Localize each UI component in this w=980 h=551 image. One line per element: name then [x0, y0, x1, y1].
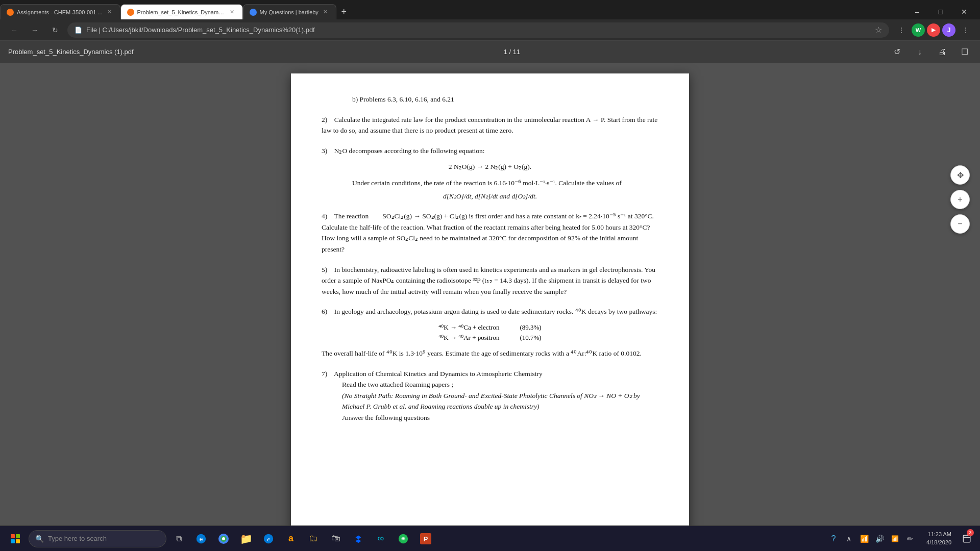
tab2-favicon	[127, 9, 134, 16]
problem-3-cond: Under certain conditions, the rate of th…	[352, 178, 658, 189]
taskbar-explorer-icon[interactable]: 📁	[236, 529, 256, 549]
tab1-label: Assignments - CHEM-3500-001 ...	[17, 9, 103, 15]
start-button[interactable]	[4, 528, 27, 550]
tray-volume-icon[interactable]: 🔊	[873, 533, 886, 545]
problem-7-read: Read the two attached Roaming papers ;	[342, 379, 658, 390]
taskbar-spotify-icon[interactable]	[393, 529, 413, 549]
windows-logo	[11, 534, 20, 543]
pdf-content-area[interactable]: b) Problems 6.3, 6.10, 6.16, and 6.21 2)…	[0, 63, 980, 525]
profile-yt-avatar[interactable]: ▶	[927, 23, 940, 37]
taskbar-clock[interactable]: 11:23 AM 4/18/2020	[922, 531, 955, 546]
problem-4: 4) The reaction SO₂Cl₂(g) → SO₂(g) + Cl₂…	[322, 211, 658, 255]
taskbar-date: 4/18/2020	[926, 539, 951, 546]
tray-chevron-icon[interactable]: ∧	[843, 533, 855, 545]
tray-wifi-icon[interactable]: 📶	[889, 533, 901, 545]
taskbar-ie-icon[interactable]: e	[258, 529, 279, 549]
problem-7-papers: (No Straight Path: Roaming in Both Groun…	[342, 390, 658, 412]
tab-bartleby[interactable]: My Questions | bartleby ✕	[243, 4, 336, 19]
taskbar-folder2-icon[interactable]: 🗂	[303, 529, 324, 549]
problem-3: 3) N₂O decomposes according to the follo…	[322, 145, 658, 202]
address-bar: ← → ↻ 📄 File | C:/Users/jbkil/Downloads/…	[0, 19, 980, 41]
taskbar-notification[interactable]: 3	[958, 526, 976, 552]
tab3-favicon	[250, 9, 257, 16]
float-buttons: ✥ + −	[950, 165, 970, 234]
browser-chrome: Assignments - CHEM-3500-001 ... ✕ Proble…	[0, 0, 980, 41]
taskbar-powerpoint-icon[interactable]: P	[415, 529, 436, 549]
reaction-2-pct: (10.7%)	[520, 334, 541, 342]
reaction-2-eq: ⁴⁰K → ⁴⁰Ar + positron	[438, 334, 499, 342]
svg-point-4	[222, 537, 225, 540]
problem-7-answer: Answer the following questions	[342, 412, 658, 423]
profile-w-avatar[interactable]: W	[912, 23, 925, 37]
problem-7: 7) Application of Chemical Kinetics and …	[322, 368, 658, 423]
url-favorite-icon[interactable]: ☆	[875, 25, 882, 35]
taskbar-bag-icon[interactable]: 🛍	[326, 529, 346, 549]
tab2-close[interactable]: ✕	[228, 8, 236, 16]
problem-7-title: 7) Application of Chemical Kinetics and …	[322, 368, 658, 380]
svg-rect-11	[963, 535, 970, 542]
url-bar[interactable]: 📄 File | C:/Users/jbkil/Downloads/Proble…	[67, 22, 889, 38]
problem-2-text: 2) Calculate the integrated rate law for…	[322, 114, 658, 136]
pdf-print-button[interactable]: 🖨	[935, 45, 949, 59]
pdf-toolbar: Problem_set_5_Kinetics_Dynamics (1).pdf …	[0, 41, 980, 63]
taskbar-search[interactable]: 🔍 Type here to search	[29, 530, 166, 547]
taskbar: 🔍 Type here to search ⧉ e 📁 e a 🗂 🛍 ∞ P	[0, 525, 980, 551]
float-move-button[interactable]: ✥	[950, 165, 970, 185]
pdf-page-info: 1 / 11	[504, 48, 521, 56]
taskbar-coreldraw-icon[interactable]: ∞	[371, 529, 391, 549]
svg-text:P: P	[424, 535, 428, 542]
pdf-actions: ↺ ↓ 🖨 ☐	[890, 45, 972, 59]
window-controls: – □ ✕	[901, 4, 980, 19]
url-lock-icon: 📄	[75, 27, 82, 34]
svg-marker-7	[356, 535, 361, 543]
problem-5: 5) In biochemistry, radioactive labeling…	[322, 264, 658, 297]
profile-avatar[interactable]: J	[942, 23, 955, 37]
problem-3-equation: 2 N₂O(g) → 2 N₂(g) + O₂(g).	[322, 161, 658, 172]
problem-6: 6) In geology and archaeology, potassium…	[322, 306, 658, 359]
restore-button[interactable]: □	[929, 4, 952, 19]
problem-3-intro: 3) N₂O decomposes according to the follo…	[322, 145, 658, 157]
notification-badge: 3	[967, 529, 974, 536]
tab2-label: Problem_set_5_Kinetics_Dynamic...	[137, 9, 225, 15]
minimize-button[interactable]: –	[905, 4, 929, 19]
new-tab-button[interactable]: +	[336, 4, 352, 19]
tray-pen-icon[interactable]: ✏	[904, 533, 916, 545]
problem-3-deriv: d[N₂O]/dt, d[N₂]/dt and d[O₂]/dt.	[322, 191, 658, 202]
extensions-button[interactable]: ⋮	[893, 22, 910, 38]
float-zoom-out-button[interactable]: −	[950, 214, 970, 234]
pdf-rotate-button[interactable]: ↺	[890, 45, 904, 59]
reload-button[interactable]: ↻	[47, 22, 63, 38]
taskbar-task-view[interactable]: ⧉	[168, 529, 189, 549]
svg-text:e: e	[200, 535, 203, 542]
problem-6-cont: The overall half-life of ⁴⁰K is 1.3·10⁹ …	[322, 348, 658, 359]
pdf-download-button[interactable]: ↓	[913, 45, 927, 59]
forward-button[interactable]: →	[27, 22, 43, 38]
menu-button[interactable]: ⋮	[958, 22, 974, 38]
float-zoom-in-button[interactable]: +	[950, 190, 970, 209]
tray-network-icon[interactable]: 📶	[858, 533, 870, 545]
pdf-title: Problem_set_5_Kinetics_Dynamics (1).pdf	[8, 48, 134, 56]
taskbar-search-icon: 🔍	[35, 535, 44, 543]
tab1-favicon	[7, 9, 14, 16]
tab1-close[interactable]: ✕	[106, 8, 114, 16]
svg-text:e: e	[267, 535, 270, 542]
tab3-close[interactable]: ✕	[322, 8, 330, 16]
taskbar-amazon-icon[interactable]: a	[281, 529, 301, 549]
taskbar-dropbox-icon[interactable]	[348, 529, 369, 549]
tray-help-icon[interactable]: ?	[827, 533, 840, 545]
pdf-bookmark-button[interactable]: ☐	[958, 45, 972, 59]
problem-4-text: 4) The reaction SO₂Cl₂(g) → SO₂(g) + Cl₂…	[322, 211, 658, 255]
back-button[interactable]: ←	[6, 22, 22, 38]
taskbar-edge-icon[interactable]: e	[191, 529, 211, 549]
tab-pdf[interactable]: Problem_set_5_Kinetics_Dynamic... ✕	[120, 4, 243, 19]
problem-2: 2) Calculate the integrated rate law for…	[322, 114, 658, 136]
problem-5-text: 5) In biochemistry, radioactive labeling…	[322, 264, 658, 297]
problem-6-reactions: ⁴⁰K → ⁴⁰Ca + electron (89.3%) ⁴⁰K → ⁴⁰Ar…	[322, 323, 658, 342]
url-text: File | C:/Users/jbkil/Downloads/Problem_…	[86, 26, 871, 34]
taskbar-chrome-icon[interactable]	[213, 529, 234, 549]
close-button[interactable]: ✕	[952, 4, 976, 19]
pdf-page: b) Problems 6.3, 6.10, 6.16, and 6.21 2)…	[291, 73, 689, 525]
tab3-label: My Questions | bartleby	[260, 9, 318, 15]
problem-b: b) Problems 6.3, 6.10, 6.16, and 6.21	[322, 94, 658, 105]
tab-assignments[interactable]: Assignments - CHEM-3500-001 ... ✕	[0, 4, 120, 19]
